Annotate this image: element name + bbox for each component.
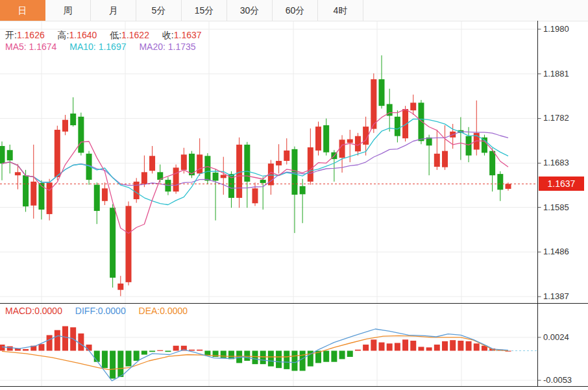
tab-4hour[interactable]: 4时 [318,0,363,21]
tab-60min[interactable]: 60分 [273,0,318,21]
tab-week[interactable]: 周 [45,0,91,21]
tab-day[interactable]: 日 [0,0,45,21]
tab-30min[interactable]: 30分 [227,0,273,21]
macd-chart-canvas[interactable] [0,304,588,388]
tab-month[interactable]: 月 [91,0,136,21]
period-tabbar: 日 周 月 5分 15分 30分 60分 4时 [0,0,588,21]
tab-5min[interactable]: 5分 [136,0,182,21]
trading-chart-app: 日 周 月 5分 15分 30分 60分 4时 开:1.1626 高:1.164… [0,0,588,390]
price-chart-canvas[interactable] [0,21,588,304]
tab-15min[interactable]: 15分 [182,0,227,21]
